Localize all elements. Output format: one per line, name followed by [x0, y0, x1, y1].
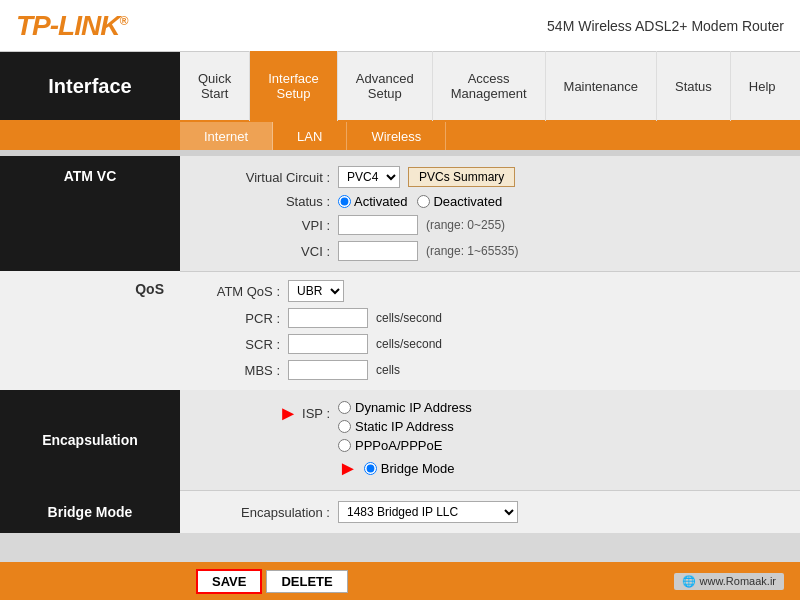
bridge-mode-section: Bridge Mode Encapsulation : 1483 Bridged…: [0, 490, 800, 533]
sub-tab-lan[interactable]: LAN: [273, 122, 347, 150]
atm-qos-select[interactable]: UBR: [288, 280, 344, 302]
tab-interface-setup[interactable]: Interface Setup: [250, 51, 338, 121]
atm-vc-section: ATM VC Virtual Circuit : PVC4 PVCs Summa…: [0, 156, 800, 271]
footer-logo-box: 🌐 www.Romaak.ir: [674, 573, 784, 590]
encapsulation-body: ► ISP : Dynamic IP Address Static IP Add…: [180, 390, 800, 490]
pcr-unit: cells/second: [376, 311, 442, 325]
status-row: Status : Activated Deactivated: [200, 194, 780, 209]
nav-bar: Interface Quick Start Interface Setup Ad…: [0, 52, 800, 122]
mbs-label: MBS :: [200, 363, 280, 378]
vpi-row: VPI : 8 (range: 0~255): [200, 215, 780, 235]
bridge-arrow-icon: ►: [338, 457, 358, 480]
bridge-encapsulation-label: Encapsulation :: [200, 505, 330, 520]
vci-range: (range: 1~65535): [426, 244, 518, 258]
mbs-row: MBS : 0 cells: [200, 360, 780, 380]
qos-side-label: QoS: [0, 271, 180, 390]
tab-access-management[interactable]: Access Management: [433, 51, 546, 121]
sub-tab-wireless[interactable]: Wireless: [347, 122, 446, 150]
tab-help[interactable]: Help: [731, 51, 794, 121]
virtual-circuit-select[interactable]: PVC4: [338, 166, 400, 188]
encapsulation-label: Encapsulation: [0, 390, 180, 490]
qos-section: QoS ATM QoS : UBR PCR : 0 cells/second S…: [0, 271, 800, 390]
isp-pppoa-option[interactable]: PPPoA/PPPoE: [338, 438, 472, 453]
isp-static-ip-option[interactable]: Static IP Address: [338, 419, 472, 434]
nav-left-label: Interface: [0, 52, 180, 120]
vpi-range: (range: 0~255): [426, 218, 505, 232]
status-label: Status :: [200, 194, 330, 209]
bridge-encapsulation-select[interactable]: 1483 Bridged IP LLC: [338, 501, 518, 523]
scr-unit: cells/second: [376, 337, 442, 351]
vci-row: VCI : 35 (range: 1~65535): [200, 241, 780, 261]
vci-input[interactable]: 35: [338, 241, 418, 261]
device-name: 54M Wireless ADSL2+ Modem Router: [547, 18, 784, 34]
scr-label: SCR :: [200, 337, 280, 352]
pvcs-summary-button[interactable]: PVCs Summary: [408, 167, 515, 187]
encapsulation-section: Encapsulation ► ISP : Dynamic IP Address…: [0, 390, 800, 490]
main-content: ATM VC Virtual Circuit : PVC4 PVCs Summa…: [0, 150, 800, 562]
scr-input[interactable]: 0: [288, 334, 368, 354]
isp-row: ► ISP : Dynamic IP Address Static IP Add…: [200, 400, 780, 480]
tab-advanced-setup[interactable]: Advanced Setup: [338, 51, 433, 121]
pcr-row: PCR : 0 cells/second: [200, 308, 780, 328]
delete-button[interactable]: DELETE: [266, 570, 347, 593]
tab-maintenance[interactable]: Maintenance: [546, 51, 657, 121]
logo: TP-LINK®: [16, 10, 127, 42]
tab-quick-start[interactable]: Quick Start: [180, 51, 250, 121]
status-deactivated-option[interactable]: Deactivated: [417, 194, 502, 209]
isp-dynamic-ip-option[interactable]: Dynamic IP Address: [338, 400, 472, 415]
header: TP-LINK® 54M Wireless ADSL2+ Modem Route…: [0, 0, 800, 52]
isp-options: Dynamic IP Address Static IP Address PPP…: [338, 400, 472, 480]
isp-arrow-icon: ►: [278, 402, 298, 425]
save-button[interactable]: SAVE: [196, 569, 262, 594]
bridge-mode-body: Encapsulation : 1483 Bridged IP LLC: [180, 490, 800, 533]
atm-qos-label: ATM QoS :: [200, 284, 280, 299]
bridge-mode-label: Bridge Mode: [0, 490, 180, 533]
footer: SAVE DELETE 🌐 www.Romaak.ir: [0, 562, 800, 600]
mbs-input[interactable]: 0: [288, 360, 368, 380]
footer-buttons: SAVE DELETE: [196, 569, 348, 594]
atm-qos-row: ATM QoS : UBR: [200, 280, 780, 302]
pcr-input[interactable]: 0: [288, 308, 368, 328]
scr-row: SCR : 0 cells/second: [200, 334, 780, 354]
vpi-input[interactable]: 8: [338, 215, 418, 235]
mbs-unit: cells: [376, 363, 400, 377]
atm-vc-label: ATM VC: [0, 156, 180, 271]
atm-vc-body: Virtual Circuit : PVC4 PVCs Summary Stat…: [180, 156, 800, 271]
tab-status[interactable]: Status: [657, 51, 731, 121]
bridge-encapsulation-row: Encapsulation : 1483 Bridged IP LLC: [200, 501, 780, 523]
virtual-circuit-row: Virtual Circuit : PVC4 PVCs Summary: [200, 166, 780, 188]
sub-nav: Internet LAN Wireless: [0, 122, 800, 150]
isp-bridge-mode-option[interactable]: ► Bridge Mode: [338, 457, 472, 480]
nav-tabs: Quick Start Interface Setup Advanced Set…: [180, 52, 800, 120]
status-activated-option[interactable]: Activated: [338, 194, 407, 209]
virtual-circuit-label: Virtual Circuit :: [200, 170, 330, 185]
pcr-label: PCR :: [200, 311, 280, 326]
sub-tab-internet[interactable]: Internet: [180, 122, 273, 150]
isp-label: ISP :: [302, 406, 330, 421]
qos-body: ATM QoS : UBR PCR : 0 cells/second SCR :…: [180, 271, 800, 390]
vci-label: VCI :: [200, 244, 330, 259]
footer-watermark: 🌐 www.Romaak.ir: [674, 573, 784, 590]
vpi-label: VPI :: [200, 218, 330, 233]
